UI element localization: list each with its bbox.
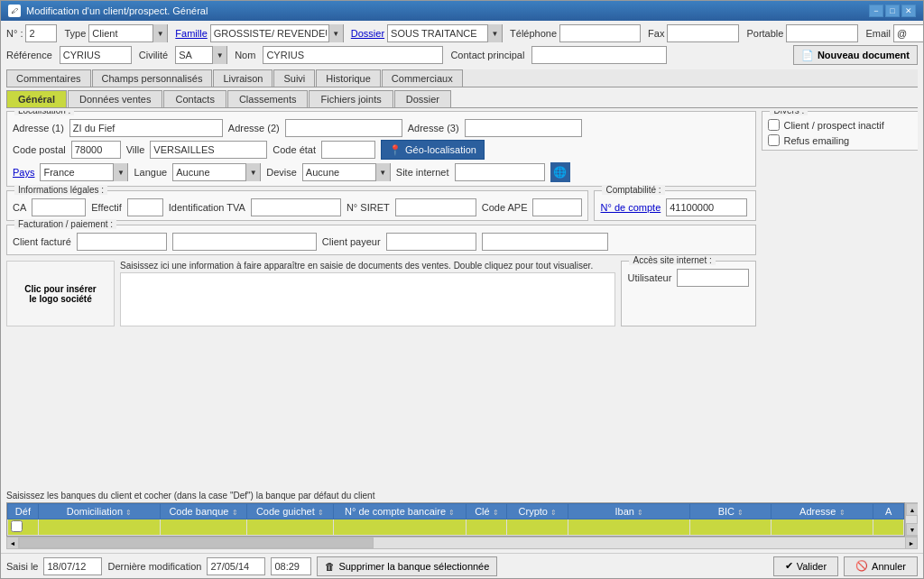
- bank-scrollbar[interactable]: ▲ ▼: [905, 502, 918, 537]
- hscroll-track[interactable]: [19, 537, 905, 549]
- info-text-input[interactable]: [120, 272, 615, 326]
- maximize-button[interactable]: □: [885, 5, 900, 17]
- ville-input[interactable]: [150, 141, 267, 159]
- codeetat-input[interactable]: [321, 141, 375, 159]
- tab-champs[interactable]: Champs personnalisés: [92, 69, 213, 87]
- nom-input[interactable]: [263, 46, 443, 64]
- ca-input[interactable]: [32, 198, 86, 216]
- scroll-up-btn[interactable]: ▲: [906, 503, 918, 516]
- hscroll-right-btn[interactable]: ►: [905, 537, 918, 549]
- siret-input[interactable]: [395, 198, 476, 216]
- minimize-button[interactable]: −: [869, 5, 883, 17]
- no-input[interactable]: [25, 24, 57, 42]
- civilite-select-arrow[interactable]: ▼: [212, 46, 226, 64]
- hscroll-thumb[interactable]: [19, 538, 374, 548]
- portable-input[interactable]: [786, 24, 858, 42]
- cell-numcompte[interactable]: [333, 519, 467, 536]
- sort-crypto[interactable]: ⇕: [550, 509, 557, 517]
- logo-box[interactable]: Clic pour insérer le logo société: [6, 261, 115, 326]
- type-select[interactable]: Client: [89, 25, 152, 41]
- globe-button[interactable]: 🌐: [550, 162, 570, 182]
- type-select-arrow[interactable]: ▼: [152, 24, 167, 42]
- pays-select[interactable]: France: [41, 164, 113, 180]
- dossier-select[interactable]: SOUS TRAITANCE: [388, 25, 487, 41]
- tab-suivi[interactable]: Suivi: [273, 69, 315, 87]
- sort-domiciliation[interactable]: ⇕: [125, 509, 132, 517]
- tab-commentaires[interactable]: Commentaires: [6, 69, 91, 87]
- tab-contacts[interactable]: Contacts: [163, 90, 226, 107]
- tab-donnees[interactable]: Données ventes: [68, 90, 163, 107]
- tab-classements[interactable]: Classements: [227, 90, 309, 107]
- utilisateur-input[interactable]: [677, 269, 749, 287]
- dossier-label[interactable]: Dossier: [351, 28, 384, 39]
- annuler-button[interactable]: 🚫 Annuler: [844, 556, 918, 576]
- cell-codebanque[interactable]: [161, 519, 247, 536]
- cell-extra[interactable]: [873, 519, 904, 536]
- adresse1-input[interactable]: [69, 119, 223, 137]
- fax-input[interactable]: [667, 24, 739, 42]
- tab-fichiers[interactable]: Fichiers joints: [309, 90, 393, 107]
- client-facture-input1[interactable]: [77, 233, 167, 251]
- langue-select[interactable]: Aucune: [173, 164, 245, 180]
- pays-label[interactable]: Pays: [13, 167, 34, 178]
- cell-codeguichet[interactable]: [246, 519, 333, 536]
- devise-select[interactable]: Aucune: [303, 164, 375, 180]
- cell-adresse[interactable]: [772, 519, 873, 536]
- sort-iban[interactable]: ⇕: [637, 509, 643, 517]
- saisi-date-input[interactable]: [43, 557, 102, 575]
- ape-input[interactable]: [532, 198, 582, 216]
- table-row[interactable]: [8, 519, 904, 536]
- famille-label[interactable]: Famille: [175, 28, 207, 39]
- email-input[interactable]: [893, 24, 923, 42]
- client-facture-input2[interactable]: [172, 233, 317, 251]
- nouveau-document-button[interactable]: 📄 Nouveau document: [793, 45, 918, 65]
- civilite-select[interactable]: SA: [176, 47, 212, 63]
- sort-cle[interactable]: ⇕: [493, 509, 499, 517]
- supprimer-button[interactable]: 🗑 Supprimer la banque sélectionnée: [317, 556, 497, 576]
- cell-domiciliation[interactable]: [38, 519, 160, 536]
- refus-checkbox[interactable]: [768, 134, 780, 146]
- dossier-select-arrow[interactable]: ▼: [487, 24, 502, 42]
- def-checkbox[interactable]: [11, 520, 23, 532]
- sort-bic[interactable]: ⇕: [737, 509, 744, 517]
- cell-cle[interactable]: [467, 519, 507, 536]
- cell-bic[interactable]: [690, 519, 772, 536]
- tva-input[interactable]: [251, 198, 341, 216]
- codepostal-input[interactable]: [71, 141, 121, 159]
- effectif-input[interactable]: [127, 198, 163, 216]
- reference-input[interactable]: [60, 46, 132, 64]
- tab-commerciaux[interactable]: Commerciaux: [382, 69, 463, 87]
- langue-select-arrow[interactable]: ▼: [245, 163, 260, 181]
- client-payeur-input1[interactable]: [386, 233, 476, 251]
- devise-select-arrow[interactable]: ▼: [375, 163, 390, 181]
- bank-table-wrapper[interactable]: Déf Domiciliation ⇕ Code banque ⇕ Code g…: [6, 502, 905, 537]
- compte-label[interactable]: N° de compte: [600, 202, 661, 213]
- adresse3-input[interactable]: [465, 119, 582, 137]
- cell-crypto[interactable]: [507, 519, 568, 536]
- compte-input[interactable]: [666, 198, 747, 216]
- modification-date-input[interactable]: [207, 557, 265, 575]
- tab-historique[interactable]: Historique: [316, 69, 381, 87]
- siteinternet-input[interactable]: [455, 163, 545, 181]
- contact-input[interactable]: [531, 46, 667, 64]
- famille-select-arrow[interactable]: ▼: [328, 24, 343, 42]
- sort-codebanque[interactable]: ⇕: [232, 509, 238, 517]
- client-payeur-input2[interactable]: [482, 233, 608, 251]
- scroll-down-btn[interactable]: ▼: [906, 523, 918, 536]
- tab-general[interactable]: Général: [6, 90, 67, 107]
- modification-time-input[interactable]: [271, 557, 311, 575]
- sort-codeguichet[interactable]: ⇕: [318, 509, 324, 517]
- tab-livraison[interactable]: Livraison: [213, 69, 273, 87]
- hscroll-left-btn[interactable]: ◄: [6, 537, 19, 549]
- close-button[interactable]: ✕: [901, 5, 916, 17]
- famille-select[interactable]: GROSSISTE/ REVENDEUR: [211, 25, 328, 41]
- sort-adresse[interactable]: ⇕: [839, 509, 845, 517]
- valider-button[interactable]: ✔ Valider: [773, 556, 838, 576]
- tab-dossier[interactable]: Dossier: [394, 90, 451, 107]
- pays-select-arrow[interactable]: ▼: [113, 163, 127, 181]
- geo-localisation-button[interactable]: 📍 Géo-localisation: [381, 140, 485, 160]
- telephone-input[interactable]: [559, 24, 641, 42]
- cell-iban[interactable]: [568, 519, 690, 536]
- inactif-checkbox[interactable]: [768, 119, 780, 131]
- sort-numcompte[interactable]: ⇕: [448, 509, 455, 517]
